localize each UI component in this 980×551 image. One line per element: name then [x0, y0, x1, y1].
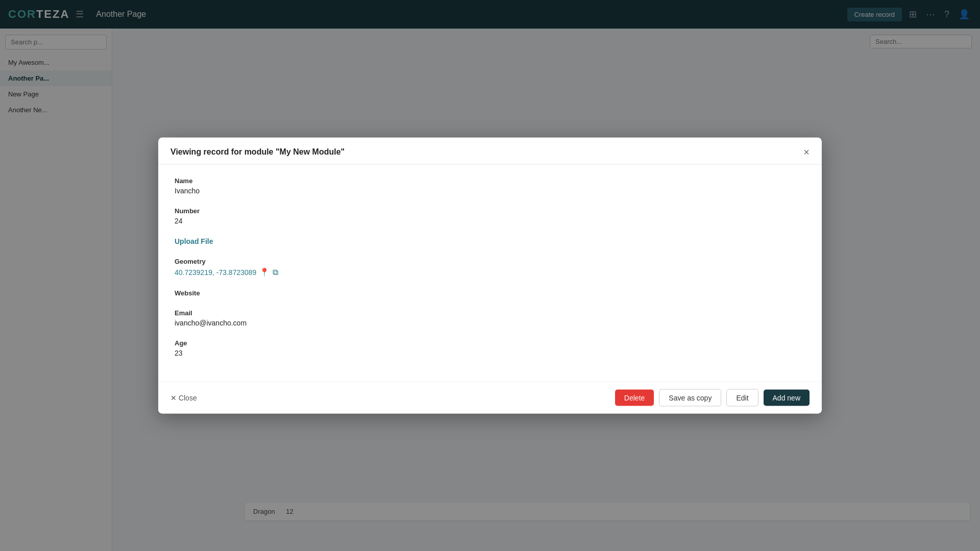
field-name-label: Name	[175, 177, 805, 185]
edit-button[interactable]: Edit	[726, 389, 758, 407]
field-age-value: 23	[175, 349, 805, 357]
field-email: Email ivancho@ivancho.com	[175, 309, 805, 327]
field-email-value: ivancho@ivancho.com	[175, 319, 805, 327]
record-view-modal: Viewing record for module "My New Module…	[158, 138, 822, 414]
geometry-coordinates: 40.7239219, -73.8723089	[175, 268, 256, 276]
footer-left: ✕ Close	[170, 394, 197, 402]
field-website: Website	[175, 289, 805, 297]
field-geometry-value: 40.7239219, -73.8723089 📍 ⧉	[175, 267, 805, 277]
footer-right: Delete Save as copy Edit Add new	[615, 389, 810, 407]
field-upload-file-label[interactable]: Upload File	[175, 237, 805, 245]
copy-icon[interactable]: ⧉	[273, 267, 278, 277]
map-icon[interactable]: 📍	[259, 267, 270, 277]
modal-title: Viewing record for module "My New Module…	[170, 147, 345, 157]
modal-footer: ✕ Close Delete Save as copy Edit Add new	[158, 382, 822, 414]
modal-body: Name Ivancho Number 24 Upload File Geome…	[158, 165, 822, 382]
field-name: Name Ivancho	[175, 177, 805, 195]
close-button[interactable]: ✕ Close	[170, 394, 197, 402]
modal-close-button[interactable]: ×	[803, 147, 810, 157]
field-age: Age 23	[175, 339, 805, 357]
field-number-value: 24	[175, 217, 805, 225]
field-geometry-label: Geometry	[175, 258, 805, 265]
field-upload-file: Upload File	[175, 237, 805, 245]
field-email-label: Email	[175, 309, 805, 317]
add-new-button[interactable]: Add new	[764, 390, 810, 406]
field-number-label: Number	[175, 207, 805, 215]
field-name-value: Ivancho	[175, 187, 805, 195]
field-number: Number 24	[175, 207, 805, 225]
field-website-label: Website	[175, 289, 805, 297]
field-geometry: Geometry 40.7239219, -73.8723089 📍 ⧉	[175, 258, 805, 277]
field-age-label: Age	[175, 339, 805, 347]
delete-button[interactable]: Delete	[615, 390, 654, 406]
save-as-copy-button[interactable]: Save as copy	[659, 389, 721, 407]
modal-header: Viewing record for module "My New Module…	[158, 138, 822, 165]
